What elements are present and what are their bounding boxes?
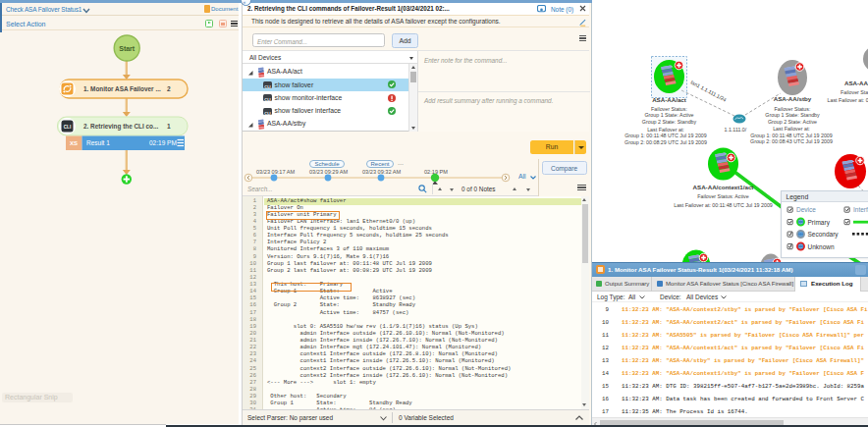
svg-text:ASA-AA/act2/s: ASA-AA/act2/s	[844, 80, 868, 86]
svg-text:Group 1: 00:11:48 UTC Jul 19 2: Group 1: 00:11:48 UTC Jul 19 2009	[624, 133, 707, 138]
svg-text:lan1 1.1.111.1/24: lan1 1.1.111.1/24	[690, 80, 728, 103]
svg-text:ASA-AA/stby: ASA-AA/stby	[774, 95, 812, 102]
svg-text:Group 1 State: Standby: Group 1 State: Standby	[765, 112, 820, 118]
svg-text:XS: XS	[70, 140, 78, 146]
svg-text:Interfac: Interfac	[853, 206, 868, 213]
svg-text:Start: Start	[119, 45, 136, 52]
svg-text:Failover Statu: Failover Statu	[841, 89, 868, 95]
svg-text:1: 1	[167, 123, 171, 130]
svg-text:Secondary: Secondary	[807, 231, 839, 239]
svg-text:Last Failover at: 00:11:48 UTC: Last Failover at: 00:11:48 UTC Jul 19 20…	[674, 202, 773, 208]
svg-text:2. Retrieving the CLI co...: 2. Retrieving the CLI co...	[83, 123, 159, 131]
svg-text:Group 2: 00:08:43 UTC Jul 19 2: Group 2: 00:08:43 UTC Jul 19 2009	[750, 138, 833, 144]
svg-text:Last Failover at: 00:11:4: Last Failover at: 00:11:4	[828, 97, 868, 103]
svg-text:1.1.111.0/: 1.1.111.0/	[725, 127, 747, 133]
svg-text:Unknown: Unknown	[807, 243, 834, 250]
svg-text:Failover Status:: Failover Status:	[651, 106, 687, 112]
svg-text:1. Monitor ASA Failover ...: 1. Monitor ASA Failover ...	[83, 85, 161, 92]
svg-text:Failover Status: Active: Failover Status: Active	[697, 193, 748, 199]
svg-text:Group 2: 00:08:29 UTC Jul 19 2: Group 2: 00:08:29 UTC Jul 19 2009	[624, 139, 707, 145]
svg-text:ASA-AA/context1/act: ASA-AA/context1/act	[693, 184, 754, 190]
svg-text:Last Failover at:: Last Failover at:	[647, 127, 684, 133]
svg-text:Last Failover at:: Last Failover at:	[773, 126, 810, 132]
svg-text:2: 2	[167, 85, 171, 92]
svg-text:Failover Status:: Failover Status:	[775, 106, 811, 112]
svg-text:Group 1 State: Active: Group 1 State: Active	[644, 112, 693, 118]
svg-text:Group 2 State: Standby: Group 2 State: Standby	[642, 119, 697, 125]
svg-text:Result 1: Result 1	[86, 139, 110, 146]
svg-text:Device: Device	[796, 206, 816, 213]
svg-text:Group 2 State: Active: Group 2 State: Active	[768, 119, 817, 125]
svg-text:02:19 PM: 02:19 PM	[149, 139, 177, 146]
svg-text:Primary: Primary	[807, 219, 830, 227]
svg-text:Group 1: 00:11:48 UTC Jul 19 2: Group 1: 00:11:48 UTC Jul 19 2009	[750, 133, 833, 138]
svg-text:ASA-AA/act: ASA-AA/act	[652, 96, 686, 103]
svg-text:CLI: CLI	[64, 125, 71, 130]
